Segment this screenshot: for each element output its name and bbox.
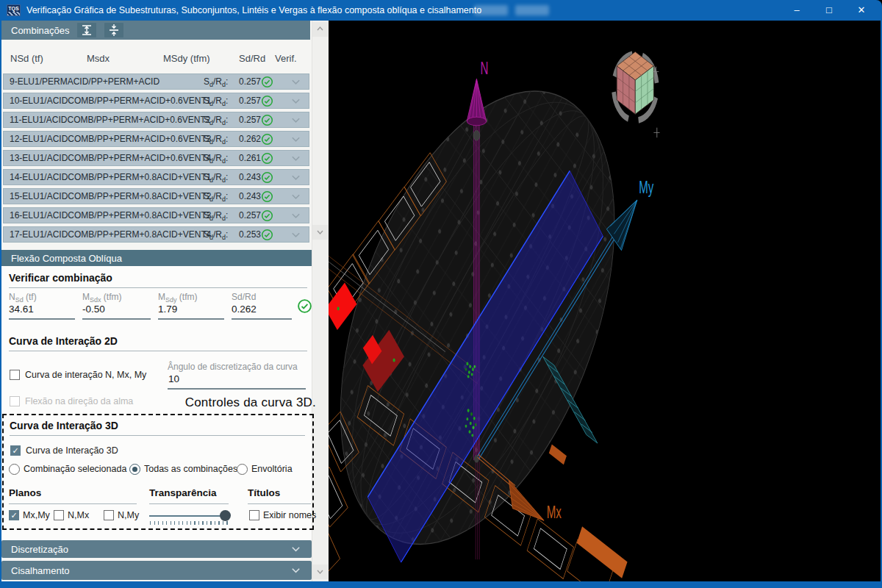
collapse-rows-icon <box>104 23 123 37</box>
status-ok-icon <box>261 114 273 126</box>
field-value-msdx[interactable]: -0.50 <box>82 304 105 315</box>
combination-name: 10-ELU1/ACIDCOMB/PP+PERM+ACID+0.6VENT1 <box>10 96 211 106</box>
expand-rows-button[interactable] <box>77 23 96 37</box>
status-ok-icon <box>261 133 273 146</box>
annotation-text: Controles da curva 3D. <box>171 395 316 410</box>
chevron-down-icon[interactable] <box>290 96 301 107</box>
combination-row[interactable]: 16-ELU1/ACIDCOMB/PP+PERM+0.8ACID+VENT3 S… <box>3 207 309 223</box>
scroll-down-button[interactable] <box>312 225 328 240</box>
scroll-down-button-lower[interactable] <box>312 564 328 579</box>
titlebar-blurred-item <box>474 5 508 15</box>
radio-label-combinacao-selecionada: Combinação selecionada <box>24 464 126 474</box>
status-ok-icon <box>261 152 273 165</box>
combination-row[interactable]: 12-ELU1/ACIDCOMB/PP+PERM+ACID+0.6VENT3 S… <box>3 131 309 147</box>
plano-nmx-label: N,Mx <box>68 510 89 520</box>
chevron-down-icon[interactable] <box>290 153 301 164</box>
chevron-down-icon[interactable] <box>290 210 301 221</box>
combination-name: 13-ELU1/ACIDCOMB/PP+PERM+ACID+0.6VENT4 <box>10 153 211 163</box>
field-underline <box>168 388 306 390</box>
ratio-value: 0.261 <box>239 153 261 163</box>
radio-todas-as-combinacoes[interactable] <box>129 464 140 475</box>
curve2d-checkbox[interactable] <box>10 370 20 380</box>
scroll-up-button[interactable] <box>312 22 328 37</box>
combination-row[interactable]: 15-ELU1/ACIDCOMB/PP+PERM+0.8ACID+VENT2 S… <box>3 188 309 204</box>
combination-name: 14-ELU1/ACIDCOMB/PP+PERM+0.8ACID+VENT1 <box>10 172 211 182</box>
ratio-value: 0.257 <box>239 115 261 125</box>
plano-mxmy-checkbox[interactable]: ✓ <box>9 510 19 520</box>
origin-node <box>474 455 479 463</box>
radio-combinacao-selecionada[interactable] <box>9 464 20 475</box>
ratio-caption: Sd/Rd: <box>204 210 228 222</box>
window-border-bottom <box>0 581 882 588</box>
scrollbar-track[interactable] <box>312 21 329 581</box>
ratio-caption: Sd/Rd: <box>204 115 228 126</box>
combination-name: 17-ELU1/ACIDCOMB/PP+PERM+0.8ACID+VENT4 <box>10 229 211 240</box>
app-window: N My Mx <box>0 0 882 588</box>
alma-checkbox-label: Flexão na direção da alma <box>25 396 133 406</box>
flexao-header[interactable]: Flexão Composta Oblíqua <box>1 250 312 266</box>
planos-title: Planos <box>9 487 41 498</box>
field-value-msdy[interactable]: 1.79 <box>158 304 177 315</box>
curve2d-section-title: Curva de Interação 2D <box>9 335 118 347</box>
combination-row[interactable]: 11-ELU1/ACIDCOMB/PP+PERM+ACID+0.6VENT2 S… <box>3 112 309 128</box>
ratio-value: 0.243 <box>239 191 261 201</box>
combination-row[interactable]: 17-ELU1/ACIDCOMB/PP+PERM+0.8ACID+VENT4 S… <box>3 226 309 243</box>
radio-envoltoria[interactable] <box>237 464 248 475</box>
divider <box>9 287 307 288</box>
arrow-up-icon <box>316 25 324 33</box>
field-underline <box>9 318 75 320</box>
angle-field-value[interactable]: 10 <box>168 373 179 384</box>
status-ok-icon <box>261 171 273 184</box>
viewport-3d[interactable]: N My Mx <box>329 21 882 584</box>
ratio-value: 0.253 <box>239 229 261 240</box>
transparencia-title: Transparência <box>149 487 217 498</box>
title-bar: TQS Verificação Gráfica de Subestruturas… <box>0 0 882 21</box>
curve3d-section-title: Curva de Interação 3D <box>10 420 118 431</box>
axis-mx-label: Mx <box>547 503 562 522</box>
field-label-sdrd: Sd/Rd <box>232 292 256 302</box>
section-cisalhamento[interactable]: Cisalhamento <box>1 561 312 580</box>
close-button[interactable]: ✕ <box>845 0 878 21</box>
transparency-slider-track[interactable] <box>149 515 230 517</box>
divider <box>248 503 311 504</box>
chevron-down-icon[interactable] <box>290 76 301 87</box>
chevron-down-icon[interactable] <box>290 172 301 183</box>
column-header-verif: Verif. <box>275 53 297 64</box>
ratio-caption: Sd/Rd: <box>204 76 228 88</box>
ratio-value: 0.257 <box>239 96 261 106</box>
chevron-down-icon[interactable] <box>290 229 301 240</box>
chevron-down-icon[interactable] <box>290 115 301 126</box>
transparency-slider-handle[interactable] <box>220 510 231 521</box>
ratio-value: 0.243 <box>239 172 261 182</box>
collapse-rows-button[interactable] <box>104 23 123 37</box>
chevron-down-icon[interactable] <box>290 134 301 145</box>
section-discretizacao[interactable]: Discretização <box>1 540 312 558</box>
curve3d-checkbox[interactable]: ✓ <box>10 445 21 456</box>
status-ok-icon <box>261 190 273 203</box>
divider <box>149 503 229 504</box>
maximize-button[interactable]: □ <box>813 0 845 21</box>
field-value-nsd[interactable]: 34.61 <box>9 304 34 315</box>
plano-nmx-checkbox[interactable] <box>54 510 64 520</box>
field-label-msdx: MSdx (tfm) <box>82 292 122 304</box>
minimize-button[interactable]: – <box>781 0 813 21</box>
plano-nmy-checkbox[interactable] <box>104 510 114 520</box>
combination-row[interactable]: 13-ELU1/ACIDCOMB/PP+PERM+ACID+0.6VENT4 S… <box>3 150 309 166</box>
navigation-cube[interactable] <box>608 46 662 138</box>
field-label-msdy: MSdy (tfm) <box>158 292 198 304</box>
ratio-value: 0.257 <box>239 76 261 87</box>
radio-label-envoltoria: Envoltória <box>251 464 293 474</box>
axis-my-label: My <box>639 178 653 197</box>
arrow-down-icon <box>316 228 324 236</box>
mesh-apex-node <box>473 131 480 141</box>
combination-row[interactable]: 10-ELU1/ACIDCOMB/PP+PERM+ACID+0.6VENT1 S… <box>3 93 309 109</box>
combination-row[interactable]: 9-ELU1/PERMACID/PP+PERM+ACID Sd/Rd: 0.25… <box>3 74 309 90</box>
expand-rows-icon <box>77 23 96 37</box>
combination-row[interactable]: 14-ELU1/ACIDCOMB/PP+PERM+0.8ACID+VENT1 S… <box>3 169 309 185</box>
chevron-down-icon <box>290 565 301 576</box>
combination-name: 12-ELU1/ACIDCOMB/PP+PERM+ACID+0.6VENT3 <box>10 134 211 144</box>
window-title: Verificação Gráfica de Subestruturas, Su… <box>26 5 481 15</box>
axis-n-label: N <box>480 59 488 78</box>
chevron-down-icon[interactable] <box>290 191 301 202</box>
exibir-nomes-checkbox[interactable] <box>249 510 259 520</box>
